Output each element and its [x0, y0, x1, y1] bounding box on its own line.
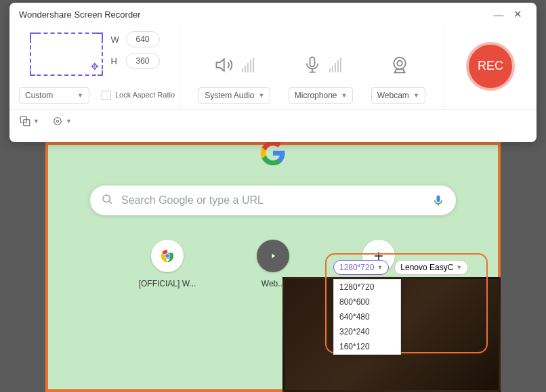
- google-logo: [259, 139, 287, 167]
- record-section: REC: [444, 23, 537, 109]
- level-meter: [242, 58, 254, 72]
- chevron-down-icon: ▼: [377, 264, 383, 271]
- preset-value: Custom: [25, 91, 53, 100]
- width-label: W: [111, 35, 121, 45]
- capture-region-overlay: Search Google or type a URL [OFFICIAL] W…: [45, 142, 501, 392]
- webcam-source: [388, 53, 411, 77]
- window-title: Wondershare Screen Recorder: [19, 9, 489, 20]
- chevron-down-icon: ▼: [66, 118, 72, 125]
- svg-point-7: [397, 60, 402, 66]
- resolution-select[interactable]: 1280*720 ▼: [333, 260, 389, 275]
- height-label: H: [111, 56, 121, 66]
- chevron-down-icon: ▼: [341, 92, 347, 99]
- resolution-option[interactable]: 800*600: [334, 295, 400, 309]
- settings-icon[interactable]: ▼: [51, 115, 72, 127]
- chevron-down-icon: ▼: [456, 264, 462, 271]
- chevron-down-icon: ▼: [77, 92, 83, 99]
- lock-aspect-checkbox[interactable]: Lock Aspect Ratio: [102, 91, 175, 100]
- svg-point-0: [103, 195, 110, 202]
- shortcut-label: [OFFICIAL] W...: [135, 279, 200, 288]
- svg-point-10: [54, 118, 62, 125]
- recorder-window: Wondershare Screen Recorder — ✕ ✥ W H: [9, 3, 537, 142]
- svg-point-4: [165, 254, 169, 258]
- level-meter: [329, 58, 341, 72]
- chevron-down-icon: ▼: [259, 92, 265, 99]
- speaker-icon: [213, 53, 236, 77]
- close-button[interactable]: ✕: [508, 8, 527, 20]
- camera-value: Lenovo EasyC: [400, 263, 453, 272]
- export-icon[interactable]: ▼: [19, 115, 39, 127]
- resolution-option[interactable]: 320*240: [334, 324, 400, 339]
- preset-select[interactable]: Custom ▼: [19, 87, 89, 104]
- checkbox-icon: [102, 91, 111, 100]
- resolution-option[interactable]: 640*480: [334, 309, 400, 324]
- system-audio-select[interactable]: System Audio▼: [198, 87, 270, 104]
- resolution-option[interactable]: 160*120: [334, 339, 400, 354]
- microphone-select[interactable]: Microphone▼: [289, 87, 354, 104]
- record-button[interactable]: REC: [466, 42, 515, 91]
- resolution-dropdown: 1280*720 800*600 640*480 320*240 160*120: [333, 279, 401, 355]
- resolution-option[interactable]: 1280*720: [334, 280, 400, 295]
- webcam-icon: [388, 53, 411, 77]
- browser-search-bar[interactable]: Search Google or type a URL: [90, 186, 456, 215]
- microphone-source: [301, 53, 341, 77]
- svg-rect-5: [310, 57, 314, 66]
- search-icon: [101, 193, 113, 208]
- titlebar: Wondershare Screen Recorder — ✕: [9, 3, 537, 23]
- svg-point-11: [56, 121, 58, 123]
- chevron-down-icon: ▼: [33, 118, 39, 125]
- lock-aspect-label: Lock Aspect Ratio: [115, 91, 175, 100]
- resolution-value: 1280*720: [339, 263, 374, 272]
- camera-select[interactable]: Lenovo EasyC ▼: [394, 260, 468, 275]
- capture-frame-preview[interactable]: ✥: [30, 32, 103, 76]
- minimize-button[interactable]: —: [489, 9, 508, 20]
- svg-point-6: [394, 57, 406, 69]
- capture-section: ✥ W H Custom ▼ Lock Aspect: [9, 23, 180, 109]
- chevron-down-icon: ▼: [413, 92, 419, 99]
- sources-section: System Audio▼ Microphone▼ Webcam▼: [180, 23, 444, 109]
- webcam-settings-panel: 1280*720 ▼ Lenovo EasyC ▼ 1280*720 800*6…: [325, 253, 488, 353]
- height-input[interactable]: [126, 53, 160, 69]
- search-placeholder: Search Google or type a URL: [121, 194, 432, 206]
- move-icon: ✥: [91, 61, 99, 72]
- system-audio-source: [213, 53, 254, 77]
- microphone-icon: [301, 53, 324, 77]
- shortcut-item[interactable]: [OFFICIAL] W...: [135, 240, 200, 288]
- bottom-toolbar: ▼ ▼: [9, 110, 537, 133]
- webcam-select[interactable]: Webcam▼: [371, 87, 425, 104]
- width-input[interactable]: [126, 31, 160, 47]
- mic-icon[interactable]: [432, 194, 445, 207]
